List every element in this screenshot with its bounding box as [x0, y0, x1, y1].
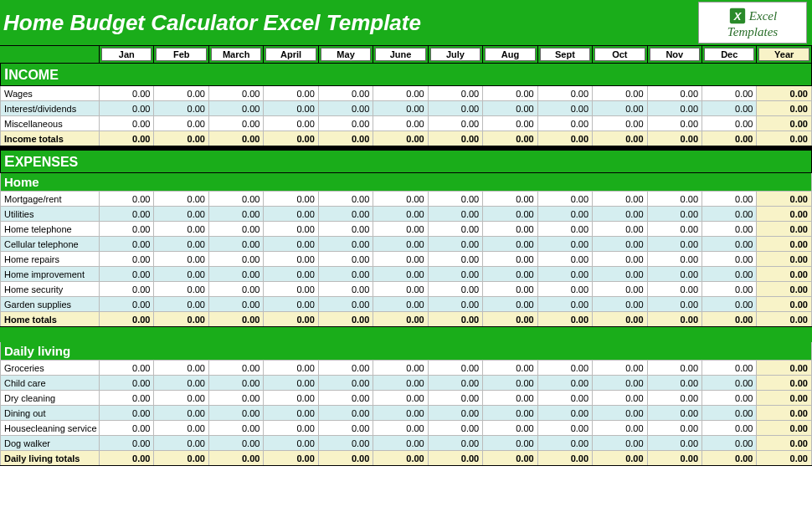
cell-month[interactable]: 0.00	[428, 207, 482, 222]
cell-month[interactable]: 0.00	[373, 237, 428, 252]
cell-month[interactable]: 0.00	[537, 237, 592, 252]
cell-month[interactable]: 0.00	[154, 101, 208, 116]
cell-month[interactable]: 0.00	[647, 116, 702, 131]
cell-month[interactable]: 0.00	[593, 101, 647, 116]
cell-month[interactable]: 0.00	[208, 252, 263, 267]
cell-month[interactable]: 0.00	[593, 207, 647, 222]
cell-month[interactable]: 0.00	[373, 192, 428, 207]
cell-month[interactable]: 0.00	[428, 222, 482, 237]
cell-month[interactable]: 0.00	[537, 297, 592, 312]
cell-year[interactable]: 0.00	[757, 222, 812, 237]
cell-year[interactable]: 0.00	[757, 116, 812, 131]
cell-month[interactable]: 0.00	[647, 406, 702, 421]
cell-month[interactable]: 0.00	[264, 267, 318, 282]
cell-year[interactable]: 0.00	[757, 86, 812, 101]
cell-month[interactable]: 0.00	[702, 237, 757, 252]
cell-month[interactable]: 0.00	[537, 282, 592, 297]
cell-month[interactable]: 0.00	[647, 222, 702, 237]
cell-month[interactable]: 0.00	[702, 436, 757, 451]
cell-month[interactable]: 0.00	[593, 192, 647, 207]
cell-month[interactable]: 0.00	[264, 252, 318, 267]
cell-month[interactable]: 0.00	[208, 192, 263, 207]
cell-month[interactable]: 0.00	[100, 252, 154, 267]
cell-month[interactable]: 0.00	[647, 361, 702, 376]
cell-month[interactable]: 0.00	[537, 207, 592, 222]
cell-year[interactable]: 0.00	[757, 297, 812, 312]
cell-month[interactable]: 0.00	[537, 116, 592, 131]
cell-month[interactable]: 0.00	[264, 406, 318, 421]
cell-month[interactable]: 0.00	[702, 116, 757, 131]
cell-month[interactable]: 0.00	[100, 297, 154, 312]
cell-year[interactable]: 0.00	[757, 101, 812, 116]
cell-month[interactable]: 0.00	[647, 267, 702, 282]
cell-month[interactable]: 0.00	[154, 297, 208, 312]
cell-month[interactable]: 0.00	[593, 116, 647, 131]
cell-month[interactable]: 0.00	[208, 421, 263, 436]
cell-month[interactable]: 0.00	[483, 406, 537, 421]
cell-month[interactable]: 0.00	[264, 86, 318, 101]
cell-year[interactable]: 0.00	[757, 436, 812, 451]
cell-month[interactable]: 0.00	[702, 252, 757, 267]
cell-month[interactable]: 0.00	[373, 406, 428, 421]
cell-month[interactable]: 0.00	[428, 267, 482, 282]
cell-month[interactable]: 0.00	[264, 297, 318, 312]
cell-month[interactable]: 0.00	[647, 237, 702, 252]
cell-month[interactable]: 0.00	[100, 116, 154, 131]
cell-month[interactable]: 0.00	[702, 297, 757, 312]
cell-month[interactable]: 0.00	[702, 282, 757, 297]
cell-month[interactable]: 0.00	[373, 436, 428, 451]
cell-month[interactable]: 0.00	[318, 297, 373, 312]
cell-month[interactable]: 0.00	[537, 406, 592, 421]
cell-month[interactable]: 0.00	[702, 101, 757, 116]
cell-month[interactable]: 0.00	[483, 237, 537, 252]
cell-month[interactable]: 0.00	[208, 222, 263, 237]
cell-month[interactable]: 0.00	[483, 361, 537, 376]
cell-month[interactable]: 0.00	[593, 406, 647, 421]
cell-month[interactable]: 0.00	[264, 421, 318, 436]
cell-month[interactable]: 0.00	[100, 207, 154, 222]
cell-month[interactable]: 0.00	[428, 116, 482, 131]
cell-month[interactable]: 0.00	[483, 207, 537, 222]
cell-month[interactable]: 0.00	[483, 376, 537, 391]
cell-month[interactable]: 0.00	[100, 86, 154, 101]
cell-month[interactable]: 0.00	[208, 361, 263, 376]
cell-year[interactable]: 0.00	[757, 391, 812, 406]
cell-month[interactable]: 0.00	[318, 282, 373, 297]
cell-month[interactable]: 0.00	[154, 86, 208, 101]
cell-month[interactable]: 0.00	[100, 282, 154, 297]
cell-month[interactable]: 0.00	[264, 101, 318, 116]
cell-month[interactable]: 0.00	[702, 192, 757, 207]
cell-month[interactable]: 0.00	[593, 376, 647, 391]
cell-month[interactable]: 0.00	[318, 252, 373, 267]
cell-month[interactable]: 0.00	[647, 391, 702, 406]
cell-month[interactable]: 0.00	[537, 222, 592, 237]
cell-month[interactable]: 0.00	[647, 207, 702, 222]
cell-year[interactable]: 0.00	[757, 406, 812, 421]
cell-month[interactable]: 0.00	[593, 86, 647, 101]
cell-month[interactable]: 0.00	[264, 207, 318, 222]
cell-month[interactable]: 0.00	[373, 101, 428, 116]
cell-month[interactable]: 0.00	[208, 207, 263, 222]
cell-month[interactable]: 0.00	[593, 436, 647, 451]
cell-month[interactable]: 0.00	[593, 391, 647, 406]
cell-month[interactable]: 0.00	[318, 421, 373, 436]
cell-month[interactable]: 0.00	[593, 237, 647, 252]
cell-month[interactable]: 0.00	[537, 421, 592, 436]
cell-month[interactable]: 0.00	[483, 267, 537, 282]
cell-month[interactable]: 0.00	[593, 267, 647, 282]
cell-month[interactable]: 0.00	[154, 391, 208, 406]
cell-month[interactable]: 0.00	[154, 361, 208, 376]
cell-month[interactable]: 0.00	[208, 436, 263, 451]
cell-month[interactable]: 0.00	[264, 282, 318, 297]
cell-month[interactable]: 0.00	[154, 222, 208, 237]
cell-month[interactable]: 0.00	[100, 391, 154, 406]
cell-year[interactable]: 0.00	[757, 267, 812, 282]
cell-month[interactable]: 0.00	[537, 192, 592, 207]
cell-month[interactable]: 0.00	[373, 297, 428, 312]
cell-month[interactable]: 0.00	[483, 86, 537, 101]
cell-month[interactable]: 0.00	[428, 86, 482, 101]
cell-month[interactable]: 0.00	[593, 282, 647, 297]
cell-month[interactable]: 0.00	[593, 297, 647, 312]
cell-month[interactable]: 0.00	[154, 252, 208, 267]
cell-month[interactable]: 0.00	[647, 86, 702, 101]
